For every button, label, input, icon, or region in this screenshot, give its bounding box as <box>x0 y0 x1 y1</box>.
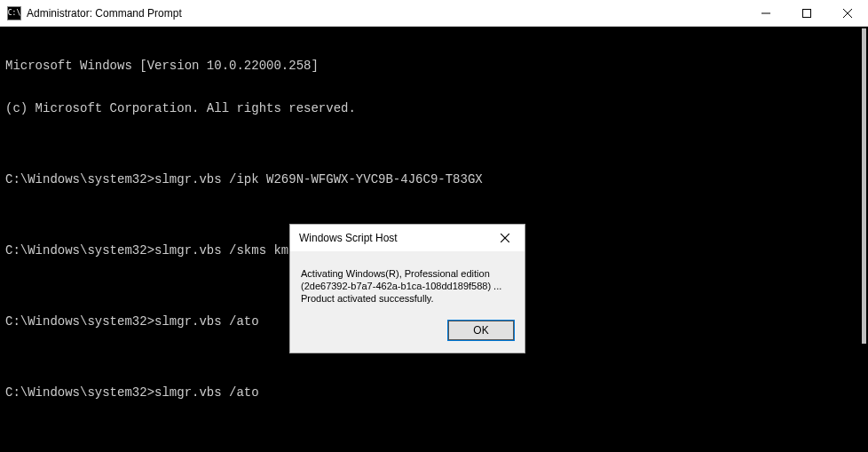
ok-button-label: OK <box>473 324 488 337</box>
dialog-message-line: Activating Windows(R), Professional edit… <box>301 267 514 280</box>
svg-rect-1 <box>803 9 811 17</box>
maximize-icon <box>802 9 811 18</box>
close-button[interactable] <box>827 0 868 26</box>
minimize-button[interactable] <box>746 0 786 26</box>
cmd-icon-glyph: C:\ <box>8 9 20 17</box>
dialog-message-line: (2de67392-b7a7-462a-b1ca-108dd189f588) .… <box>301 280 514 292</box>
cmd-icon: C:\ <box>7 6 21 20</box>
maximize-button[interactable] <box>786 0 827 26</box>
window-controls <box>746 0 868 26</box>
window-title: Administrator: Command Prompt <box>27 7 746 20</box>
script-host-dialog: Windows Script Host Activating Windows(R… <box>289 224 525 353</box>
minimize-icon <box>761 9 770 18</box>
terminal-line: C:\Windows\system32>slmgr.vbs /ato <box>5 385 863 400</box>
terminal-line: Microsoft Windows [Version 10.0.22000.25… <box>5 59 863 73</box>
terminal-line: C:\Windows\system32>slmgr.vbs /ipk W269N… <box>5 172 863 186</box>
scrollbar-track[interactable] <box>862 28 866 450</box>
ok-button[interactable]: OK <box>448 321 514 340</box>
dialog-message-line: Product activated successfully. <box>301 292 514 305</box>
close-icon <box>501 234 509 242</box>
dialog-title: Windows Script Host <box>299 232 485 244</box>
dialog-close-button[interactable] <box>485 225 525 251</box>
terminal-line: (c) Microsoft Corporation. All rights re… <box>5 101 863 115</box>
scrollbar-thumb[interactable] <box>862 28 866 344</box>
dialog-footer: OK <box>290 312 525 353</box>
close-icon <box>843 9 852 18</box>
window-titlebar: C:\ Administrator: Command Prompt <box>0 0 868 27</box>
dialog-titlebar: Windows Script Host <box>290 225 525 251</box>
dialog-body: Activating Windows(R), Professional edit… <box>290 251 525 312</box>
